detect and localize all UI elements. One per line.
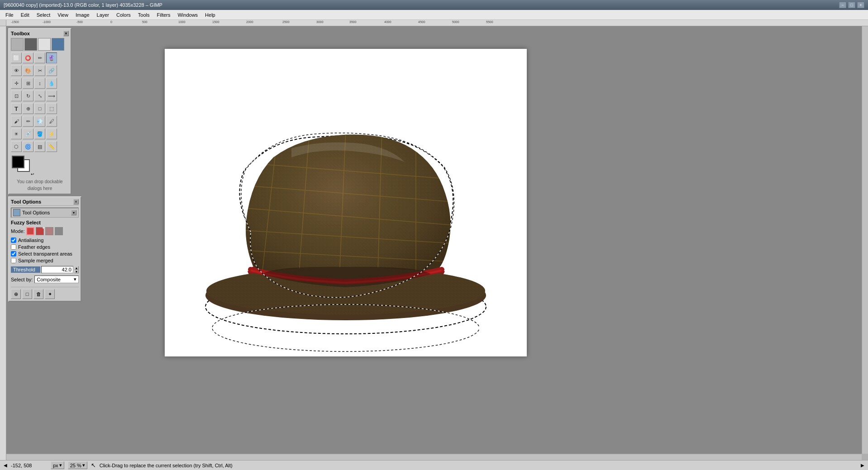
tool-gradient[interactable]: ▤ [34,141,45,152]
menu-layer[interactable]: Layer [93,11,113,19]
tool-options-bottom-bar: ⊕ □ 🗑 ✦ [11,287,79,299]
threshold-label: Threshold [11,266,40,273]
tool-grid-4: ⊡ ↻ ⤡ ⟿ [11,90,69,101]
tool-iw-select[interactable]: ⚡ [46,128,57,139]
bottom-icon-info[interactable]: ✦ [45,289,55,299]
menu-edit[interactable]: Edit [17,11,33,19]
threshold-down-button[interactable]: ▼ [74,270,79,273]
tool-rect-select[interactable]: ⬜ [11,52,22,63]
fg-bg-area: ↩ [11,155,43,176]
menu-filters[interactable]: Filters [153,11,174,19]
tool-by-color[interactable]: 🎨 [23,65,33,76]
maximize-button[interactable]: □ [848,2,855,8]
swatch-2[interactable] [24,38,37,51]
tool-options-panel-title: Tool Options [11,199,41,204]
select-transparent-row: Select transparent areas [11,251,79,256]
select-transparent-checkbox[interactable] [11,251,16,256]
nav-arrow-left[interactable]: ◀ [4,463,7,468]
tool-free-select[interactable]: ✏ [34,52,45,63]
ruler-corner [0,20,6,26]
feather-edges-label: Feather edges [18,244,50,250]
tool-transform[interactable]: ↕ [34,78,45,89]
bottom-icon-restore[interactable]: ⊕ [11,289,21,299]
close-button[interactable]: × [857,2,864,8]
tool-scissors[interactable]: ✂ [34,65,45,76]
tool-options-menu-button[interactable]: ▾ [71,210,76,215]
mode-label: Mode: [11,228,25,234]
mode-replace-icon[interactable] [26,227,34,235]
tool-dodge[interactable]: ☀ [11,128,22,139]
mode-row: Mode: + [11,227,79,235]
swatch-1[interactable] [11,38,24,51]
tool-warp[interactable]: 🌀 [23,141,33,152]
sample-merged-checkbox[interactable] [11,258,16,263]
tool-paint[interactable]: 🖌 [11,116,22,127]
tool-scale[interactable]: ⤡ [34,90,45,101]
antialiasing-checkbox[interactable] [11,237,16,243]
left-panels: Toolbox × ⬜ ⭕ ✏ 🔮 👁 🎨 ✂ 🔗 ✛ ⊞ ↕ [6,26,83,304]
tool-rotate[interactable]: ↻ [23,90,33,101]
swatch-3[interactable] [38,38,51,51]
menu-image[interactable]: Image [72,11,93,19]
select-transparent-label: Select transparent areas [18,251,72,256]
menu-bar: File Edit Select View Image Layer Colors… [0,10,868,20]
tool-align[interactable]: ⊞ [23,78,33,89]
tool-options-inner-label: Tool Options [22,210,69,215]
tool-eraser[interactable]: ⬚ [46,103,57,114]
mode-subtract-icon[interactable] [45,227,53,235]
hat-image [165,49,527,356]
toolbox-header: Toolbox × [11,31,69,36]
mode-intersect-icon[interactable] [55,227,63,235]
tool-measure[interactable]: 📏 [46,141,57,152]
menu-help[interactable]: Help [201,11,219,19]
tool-ink[interactable]: 🖊 [46,116,57,127]
tool-smudge[interactable]: 💧 [46,78,57,89]
tool-shear[interactable]: ⟿ [46,90,57,101]
status-unit-selector[interactable]: px ▾ [51,461,64,469]
minimize-button[interactable]: − [839,2,846,8]
tool-grid-8: ⬡ 🌀 ▤ 📏 [11,141,69,152]
canvas-area[interactable] [6,26,862,454]
tool-move[interactable]: ✛ [11,78,22,89]
tool-options-close-button[interactable]: × [73,199,79,204]
tool-text[interactable]: T [11,103,22,114]
feather-edges-checkbox[interactable] [11,244,16,250]
scrollbar-vertical[interactable] [862,26,868,454]
swatch-4[interactable] [52,38,64,51]
tool-crop[interactable]: ⊡ [11,90,22,101]
tool-perspective[interactable]: ⬡ [11,141,22,152]
menu-view[interactable]: View [54,11,72,19]
reset-colors-icon[interactable]: ↩ [31,172,34,176]
tool-pencil[interactable]: ✏ [23,116,33,127]
tool-ellipse-select[interactable]: ⭕ [23,52,33,63]
tool-fill[interactable]: 🪣 [34,128,45,139]
menu-colors[interactable]: Colors [113,11,134,19]
bottom-icon-save[interactable]: □ [22,289,32,299]
menu-windows[interactable]: Windows [174,11,201,19]
sample-merged-label: Sample merged [18,258,53,263]
toolbox-close-button[interactable]: × [63,31,69,36]
tool-stamp[interactable]: □ [34,103,45,114]
menu-select[interactable]: Select [33,11,54,19]
threshold-up-button[interactable]: ▲ [74,266,79,270]
menu-file[interactable]: File [2,11,17,19]
tool-fg-select[interactable]: 👁 [11,65,22,76]
bottom-icon-delete[interactable]: 🗑 [33,289,43,299]
select-by-dropdown[interactable]: Composite ▾ [34,275,79,283]
hat-svg [165,49,527,356]
tool-colorpick[interactable]: 💉 [23,128,33,139]
feather-edges-row: Feather edges [11,244,79,250]
tool-airbrush[interactable]: 💨 [34,116,45,127]
foreground-color[interactable] [12,156,24,168]
status-zoom-selector[interactable]: 25 % ▾ [68,461,87,469]
toolbox: Toolbox × ⬜ ⭕ ✏ 🔮 👁 🎨 ✂ 🔗 ✛ ⊞ ↕ [8,28,72,195]
menu-tools[interactable]: Tools [134,11,153,19]
tool-fuzzy-select[interactable]: 🔮 [46,52,57,63]
scrollbar-horizontal[interactable] [6,454,862,460]
nav-arrow-right[interactable]: ▶ [861,463,864,468]
mode-add-icon[interactable]: + [36,227,44,235]
sample-merged-row: Sample merged [11,258,79,263]
tool-heal[interactable]: ⊕ [23,103,33,114]
tool-paths[interactable]: 🔗 [46,65,57,76]
status-cursor-icon: ↖ [91,462,96,469]
